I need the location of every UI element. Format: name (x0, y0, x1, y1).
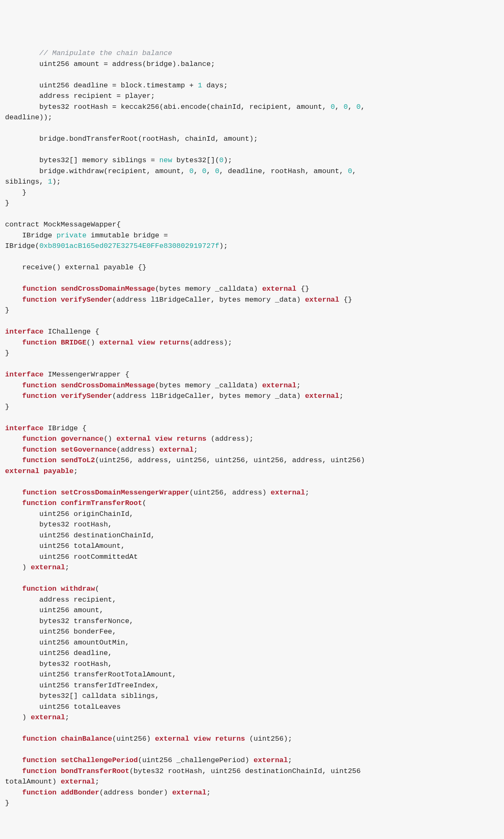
code-line: uint256 destinationChainId, (5, 531, 155, 539)
code-function: setCrossDomainMessengerWrapper (61, 489, 189, 497)
code-line: bridge.bondTransferRoot(rootHash, chainI… (5, 135, 258, 143)
code-number: 0 (189, 167, 194, 175)
code-line: bytes32 rootHash, (5, 521, 112, 529)
code-number: 0 (215, 167, 219, 175)
code-function: sendCrossDomainMessage (61, 381, 155, 389)
solidity-code-block: // Manipulate the chain balance uint256 … (5, 48, 499, 809)
code-keyword: external (262, 285, 297, 293)
code-line: uint256 totalLeaves (5, 703, 121, 711)
code-line: address recipient = player; (5, 92, 155, 100)
code-keyword: function (22, 446, 57, 454)
code-line: contract MockMessageWapper{ (5, 221, 121, 229)
code-keyword: returns (215, 735, 245, 743)
code-line: uint256 deadline, (5, 649, 112, 657)
code-keyword: function (22, 381, 57, 389)
code-line: uint256 amount, (5, 606, 104, 614)
code-function: chainBalance (61, 735, 112, 743)
code-line: uint256 originChainId, (5, 510, 134, 518)
code-keyword: function (22, 489, 57, 497)
code-function: withdraw (61, 585, 95, 593)
code-keyword: new (159, 156, 172, 164)
code-number: 1 (198, 82, 202, 89)
code-number: 0 (348, 167, 352, 175)
code-keyword: view (155, 435, 172, 443)
code-line: bridge.withdraw(recipient, amount, (5, 167, 189, 175)
code-function: bondTransferRoot (61, 767, 129, 775)
code-line: IBridge (5, 231, 56, 239)
code-function: BRIDGE (61, 339, 87, 347)
code-keyword: interface (5, 371, 44, 379)
code-function: addBonder (61, 789, 100, 797)
code-keyword: function (22, 339, 57, 347)
code-keyword: external (155, 735, 189, 743)
code-function: sendToL2 (61, 456, 95, 464)
code-line: days; (202, 82, 228, 89)
code-keyword: interface (5, 328, 44, 336)
code-line: address recipient, (5, 596, 116, 604)
code-keyword: function (22, 392, 57, 400)
code-keyword: external (305, 392, 339, 400)
code-line: uint256 transferRootTotalAmount, (5, 671, 176, 679)
code-keyword: external (5, 467, 39, 475)
code-line: bytes32 rootHash, (5, 660, 112, 668)
code-function: verifySender (61, 296, 112, 304)
code-line: } (5, 799, 9, 807)
code-keyword: external (31, 713, 65, 721)
code-line: bytes32 transferNonce, (5, 617, 134, 625)
code-number: 1 (48, 178, 52, 186)
code-line: bytes32[] memory siblings = (5, 156, 159, 164)
code-number: 0 (357, 103, 361, 111)
code-function: sendCrossDomainMessage (61, 285, 155, 293)
code-keyword: private (56, 231, 86, 239)
code-line: uint256 amountOutMin, (5, 639, 129, 647)
code-keyword: external (172, 789, 207, 797)
code-line: bytes32[] calldata siblings, (5, 692, 159, 700)
code-keyword: function (22, 789, 57, 797)
code-number: 0 (202, 167, 206, 175)
code-function: verifySender (61, 392, 112, 400)
code-line: uint256 bonderFee, (5, 628, 116, 636)
code-keyword: function (22, 285, 57, 293)
code-keyword: returns (159, 339, 189, 347)
code-line: IBridge( (5, 242, 39, 250)
code-function: setChallengePeriod (61, 756, 138, 764)
code-line: bytes32 rootHash = keccak256(abi.encode(… (5, 103, 331, 111)
code-keyword: view (194, 735, 211, 743)
code-keyword: function (22, 735, 57, 743)
code-line: uint256 rootCommittedAt (5, 553, 138, 561)
code-number: 0 (219, 156, 223, 164)
code-keyword: external (61, 778, 95, 786)
code-keyword: function (22, 296, 57, 304)
code-keyword: function (22, 499, 57, 507)
code-address: 0xb8901acB165ed027E32754E0FFe83080291972… (39, 242, 219, 250)
code-number: 0 (344, 103, 348, 111)
code-keyword: interface (5, 424, 44, 432)
code-keyword: external (159, 446, 194, 454)
code-keyword: function (22, 767, 57, 775)
code-line: deadline)); (5, 113, 52, 121)
code-keyword: payable (44, 467, 74, 475)
code-line: } (5, 306, 9, 314)
code-line: uint256 transferIdTreeIndex, (5, 681, 159, 689)
code-keyword: external (254, 756, 288, 764)
code-keyword: external (31, 563, 65, 571)
code-keyword: function (22, 456, 57, 464)
code-comment: // Manipulate the chain balance (5, 49, 172, 57)
code-keyword: returns (176, 435, 206, 443)
code-line: } (5, 199, 9, 207)
code-keyword: function (22, 435, 57, 443)
code-keyword: function (22, 756, 57, 764)
code-number: 0 (331, 103, 335, 111)
code-keyword: external (271, 489, 305, 497)
code-line: } (5, 189, 26, 197)
code-line: uint256 amount = address(bridge).balance… (5, 60, 215, 68)
code-keyword: external (99, 339, 134, 347)
code-keyword: view (138, 339, 155, 347)
code-keyword: external (262, 381, 297, 389)
code-function: governance (61, 435, 104, 443)
code-function: setGovernance (61, 446, 117, 454)
code-keyword: external (305, 296, 339, 304)
code-keyword: function (22, 585, 57, 593)
code-line: uint256 totalAmount, (5, 542, 125, 550)
code-line: uint256 deadline = block.timestamp + (5, 82, 198, 89)
